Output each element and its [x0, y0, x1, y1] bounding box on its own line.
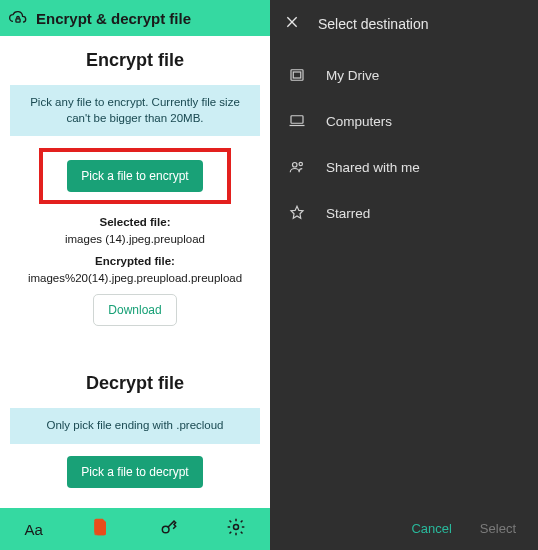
destination-title: Select destination — [318, 16, 429, 32]
close-icon[interactable] — [284, 14, 300, 35]
cloud-lock-icon — [8, 8, 28, 28]
nav-key[interactable] — [157, 517, 181, 541]
select-button[interactable]: Select — [480, 521, 516, 536]
destination-footer: Cancel Select — [270, 506, 538, 550]
app-title: Encrypt & decrypt file — [36, 10, 191, 27]
download-button[interactable]: Download — [93, 294, 176, 326]
destination-picker-panel: Select destination My Drive Computers Sh… — [270, 0, 538, 550]
svg-rect-5 — [291, 116, 303, 124]
svg-point-1 — [162, 526, 169, 533]
encrypt-section-title: Encrypt file — [86, 50, 184, 71]
pick-encrypt-file-button[interactable]: Pick a file to encrypt — [67, 160, 202, 192]
nav-text-tool[interactable]: Aa — [22, 517, 46, 541]
selected-file-label: Selected file: — [100, 216, 171, 228]
gear-icon — [226, 517, 246, 541]
drive-icon — [288, 66, 306, 84]
dest-item-label: Shared with me — [326, 160, 420, 175]
highlight-annotation: Pick a file to encrypt — [39, 148, 230, 204]
app-header: Encrypt & decrypt file — [0, 0, 270, 36]
dest-item-starred[interactable]: Starred — [270, 190, 538, 236]
encrypt-app-panel: Encrypt & decrypt file Encrypt file Pick… — [0, 0, 270, 550]
star-icon — [288, 204, 306, 222]
encrypted-file-label: Encrypted file: — [95, 255, 175, 267]
dest-item-label: Computers — [326, 114, 392, 129]
dest-item-label: My Drive — [326, 68, 379, 83]
dest-item-shared[interactable]: Shared with me — [270, 144, 538, 190]
decrypt-section-title: Decrypt file — [86, 373, 184, 394]
cancel-button[interactable]: Cancel — [411, 521, 451, 536]
destination-list: My Drive Computers Shared with me Starre… — [270, 48, 538, 506]
nav-files[interactable] — [89, 517, 113, 541]
bottom-nav: Aa — [0, 508, 270, 550]
selected-file-value: images (14).jpeg.preupload — [65, 233, 205, 245]
svg-point-2 — [234, 525, 239, 530]
svg-rect-0 — [16, 19, 20, 22]
svg-rect-4 — [293, 72, 301, 78]
destination-header: Select destination — [270, 0, 538, 48]
people-icon — [288, 158, 306, 176]
nav-settings[interactable] — [224, 517, 248, 541]
files-icon — [91, 517, 111, 541]
key-icon — [159, 517, 179, 541]
dest-item-my-drive[interactable]: My Drive — [270, 52, 538, 98]
main-content: Encrypt file Pick any file to encrypt. C… — [0, 36, 270, 508]
encrypted-file-value: images%20(14).jpeg.preupload.preupload — [28, 272, 242, 284]
laptop-icon — [288, 112, 306, 130]
dest-item-computers[interactable]: Computers — [270, 98, 538, 144]
decrypt-info: Only pick file ending with .precloud — [10, 408, 260, 444]
svg-point-6 — [293, 163, 298, 168]
svg-point-7 — [299, 162, 302, 165]
dest-item-label: Starred — [326, 206, 370, 221]
pick-decrypt-file-button[interactable]: Pick a file to decrypt — [67, 456, 202, 488]
encrypt-info: Pick any file to encrypt. Currently file… — [10, 85, 260, 136]
